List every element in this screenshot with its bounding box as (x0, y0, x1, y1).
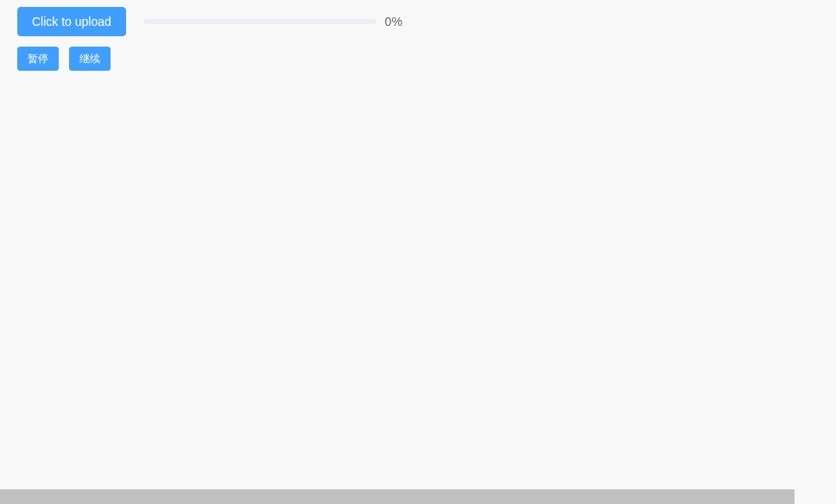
progress-bar-track (143, 19, 377, 24)
upload-controls: 暂停 继续 (17, 47, 819, 71)
pause-button[interactable]: 暂停 (17, 47, 59, 71)
resume-button[interactable]: 继续 (69, 47, 111, 71)
upload-progress: 0% (143, 15, 402, 28)
progress-percent-text: 0% (385, 15, 402, 28)
upload-row: Click to upload 0% (17, 7, 819, 36)
upload-button[interactable]: Click to upload (17, 7, 126, 36)
horizontal-scrollbar[interactable] (0, 489, 795, 504)
upload-panel: Click to upload 0% 暂停 继续 (0, 0, 836, 78)
